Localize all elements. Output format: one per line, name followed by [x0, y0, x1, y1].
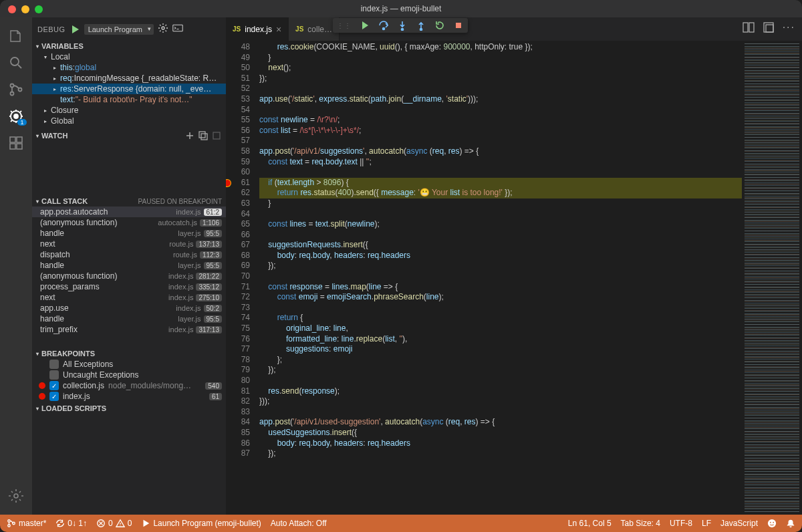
maximize-window-button[interactable] — [35, 5, 43, 13]
svg-rect-7 — [17, 137, 22, 142]
explorer-icon[interactable] — [0, 23, 32, 49]
problems[interactable]: 0 0 — [96, 519, 132, 528]
continue-button[interactable] — [360, 20, 370, 31]
svg-point-18 — [420, 29, 422, 31]
variables-section-header[interactable]: VARIABLES — [32, 41, 226, 51]
svg-point-16 — [383, 28, 385, 30]
code-editor[interactable]: 4849505152535455565758596061626364656667… — [226, 41, 802, 515]
uncaught-exceptions-toggle[interactable]: Uncaught Exceptions — [32, 370, 226, 380]
scope-local[interactable]: Local — [32, 51, 226, 62]
add-watch-button[interactable] — [184, 130, 195, 141]
close-window-button[interactable] — [8, 5, 16, 13]
svg-rect-23 — [766, 25, 773, 32]
launch-status[interactable]: Launch Program (emoji-bullet) — [141, 519, 261, 528]
svg-point-25 — [8, 525, 11, 527]
callstack-frame[interactable]: handlelayer.js95:5 — [32, 228, 226, 239]
search-icon[interactable] — [0, 49, 32, 76]
callstack-frame[interactable]: app.useindex.js50:2 — [32, 303, 226, 313]
variable-row[interactable]: res: ServerResponse {domain: null, _eve… — [32, 84, 226, 94]
callstack-frame[interactable]: (anonymous function)autocatch.js1:106 — [32, 217, 226, 228]
minimize-window-button[interactable] — [21, 5, 29, 13]
checkbox-icon[interactable]: ✓ — [49, 392, 59, 401]
variable-row[interactable]: text: "- Build a robot\n- Pray it's not…… — [32, 94, 226, 105]
svg-rect-13 — [199, 132, 205, 138]
auto-attach[interactable]: Auto Attach: Off — [271, 519, 327, 528]
svg-point-17 — [402, 29, 404, 31]
step-out-button[interactable] — [416, 20, 426, 31]
code-content[interactable]: res.cookie(COOKIE_NAME, uuid(), { maxAge… — [259, 41, 742, 515]
checkbox-icon[interactable]: ✓ — [49, 381, 59, 390]
encoding[interactable]: UTF-8 — [670, 519, 692, 528]
remove-watch-button[interactable] — [211, 130, 222, 141]
loaded-scripts-section-header[interactable]: LOADED SCRIPTS — [32, 403, 226, 414]
svg-rect-8 — [10, 144, 15, 149]
svg-point-2 — [11, 92, 14, 96]
checkbox-icon[interactable] — [49, 370, 59, 380]
window-title: index.js — emoji-bullet — [361, 4, 442, 13]
drag-handle-icon[interactable]: ⋮⋮ — [337, 22, 352, 29]
callstack-frame[interactable]: (anonymous function)index.js281:22 — [32, 271, 226, 281]
all-exceptions-toggle[interactable]: All Exceptions — [32, 359, 226, 370]
tab-size[interactable]: Tab Size: 4 — [621, 519, 660, 528]
collapse-watch-button[interactable] — [198, 130, 209, 141]
debug-header: DEBUG Launch Program — [32, 17, 226, 41]
callstack-frame[interactable]: process_paramsindex.js335:12 — [32, 281, 226, 292]
eol[interactable]: LF — [702, 519, 711, 528]
more-actions-icon[interactable]: ··· — [783, 21, 795, 35]
svg-point-0 — [11, 57, 19, 65]
watch-section-header[interactable]: WATCH — [32, 129, 226, 142]
line-gutter[interactable]: 4849505152535455565758596061626364656667… — [226, 41, 259, 515]
callstack-frame[interactable]: trim_prefixindex.js317:13 — [32, 324, 226, 335]
title-bar: index.js — emoji-bullet — [0, 0, 802, 17]
step-over-button[interactable] — [378, 20, 389, 31]
svg-point-1 — [11, 84, 14, 88]
loaded-scripts-label: LOADED SCRIPTS — [41, 404, 106, 412]
launch-config-select[interactable]: Launch Program — [84, 24, 154, 35]
editor-tab[interactable]: JScolle… — [289, 17, 340, 41]
git-branch[interactable]: master* — [7, 519, 46, 528]
checkbox-icon[interactable] — [49, 360, 59, 369]
callstack-frame[interactable]: handlelayer.js95:5 — [32, 313, 226, 324]
js-file-icon: JS — [295, 25, 303, 33]
breakpoint-dot-icon — [39, 382, 45, 389]
callstack-frame[interactable]: nextroute.js137:13 — [32, 239, 226, 249]
callstack-frame[interactable]: handlelayer.js95:5 — [32, 260, 226, 271]
extensions-icon[interactable] — [0, 130, 32, 156]
callstack-frame[interactable]: app.post.autocatchindex.js61:2 — [32, 207, 226, 217]
config-gear-icon[interactable] — [158, 23, 168, 35]
notifications-icon[interactable] — [786, 519, 795, 528]
split-editor-icon[interactable] — [743, 21, 755, 35]
close-tab-icon[interactable]: × — [276, 24, 281, 35]
scope-global[interactable]: Global — [32, 116, 226, 126]
start-debug-button[interactable] — [70, 24, 80, 35]
svg-rect-19 — [456, 23, 461, 28]
debug-console-icon[interactable] — [172, 23, 183, 35]
debug-toolbar[interactable]: ⋮⋮ — [333, 18, 468, 33]
window-controls — [8, 5, 43, 13]
minimap[interactable] — [742, 41, 802, 515]
settings-gear-icon[interactable] — [0, 483, 32, 509]
stop-button[interactable] — [453, 20, 464, 31]
variable-row[interactable]: this: global — [32, 62, 226, 73]
callstack-section-header[interactable]: CALL STACK PAUSED ON BREAKPOINT — [32, 196, 226, 207]
breakpoint-row[interactable]: ✓index.js61 — [32, 391, 226, 402]
callstack-frame[interactable]: nextindex.js275:10 — [32, 292, 226, 303]
language-mode[interactable]: JavaScript — [720, 519, 758, 528]
svg-point-11 — [162, 27, 164, 29]
breakpoints-section-header[interactable]: BREAKPOINTS — [32, 348, 226, 359]
debug-icon[interactable]: 1 — [0, 103, 32, 130]
feedback-icon[interactable] — [767, 519, 777, 528]
restart-button[interactable] — [434, 20, 445, 31]
source-control-icon[interactable] — [0, 76, 32, 103]
cursor-position[interactable]: Ln 61, Col 5 — [568, 519, 612, 528]
step-into-button[interactable] — [397, 20, 408, 31]
variable-row[interactable]: req: IncomingMessage {_readableState: R… — [32, 73, 226, 84]
show-opened-editors-icon[interactable] — [763, 21, 775, 35]
svg-rect-22 — [764, 23, 773, 32]
watch-panel — [32, 142, 226, 196]
callstack-frame[interactable]: dispatchroute.js112:3 — [32, 249, 226, 260]
git-sync[interactable]: 0↓ 1↑ — [55, 519, 87, 528]
breakpoint-row[interactable]: ✓collection.jsnode_modules/mong…540 — [32, 380, 226, 391]
editor-tab[interactable]: JSindex.js× — [226, 17, 289, 41]
scope-closure[interactable]: Closure — [32, 105, 226, 116]
